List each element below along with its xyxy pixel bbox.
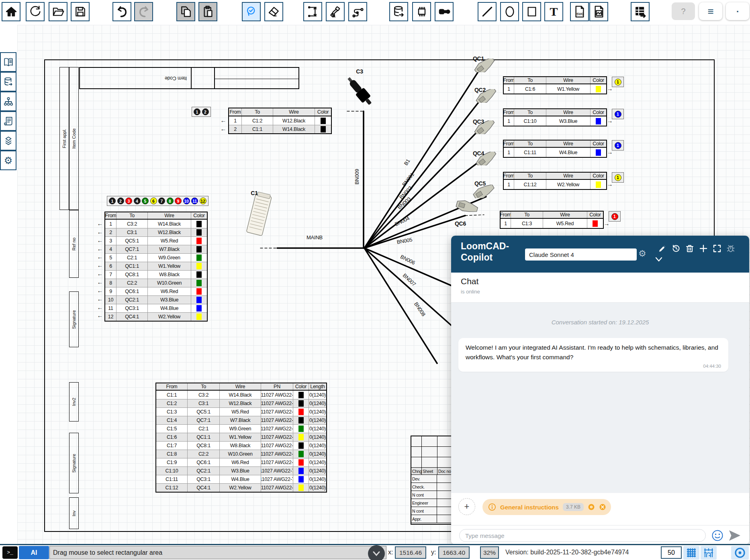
- connector-qc2-graphic[interactable]: [475, 89, 498, 103]
- wire-table-c1[interactable]: FromToWireColor1C3:2W14.Black2C3:1W12.Bl…: [104, 212, 208, 322]
- table-cell: QC3:1: [188, 475, 220, 483]
- connector-button[interactable]: [435, 2, 454, 21]
- table-cell: W12.Black: [148, 228, 191, 236]
- send-button[interactable]: [728, 529, 741, 542]
- edit-chat-button[interactable]: [658, 244, 667, 253]
- open-file-button[interactable]: [49, 2, 67, 21]
- save-button[interactable]: [71, 2, 90, 21]
- grid-size-input[interactable]: [661, 546, 682, 559]
- paste-button[interactable]: [198, 2, 217, 21]
- table-cell: C1:10: [514, 116, 546, 126]
- connector-c1-graphic[interactable]: [240, 192, 277, 239]
- clear-chat-button[interactable]: [685, 244, 695, 253]
- sidebar-item-layers[interactable]: [0, 131, 16, 151]
- chat-history-button[interactable]: [671, 244, 681, 253]
- table-cell: Wire: [543, 212, 587, 218]
- pin-number-badge: 8: [167, 198, 174, 204]
- connector-qc4-graphic[interactable]: [475, 152, 498, 165]
- zoom-level: 32%: [480, 546, 499, 559]
- cable-button[interactable]: [326, 2, 345, 21]
- table-cell: W4.Blue: [546, 148, 591, 157]
- origin-indicator-button[interactable]: [731, 546, 749, 560]
- collapse-console-button[interactable]: [368, 545, 385, 560]
- chat-message-area[interactable]: Conversation started on: 19.12.2025 Welc…: [451, 303, 749, 493]
- color-swatch: [293, 450, 309, 458]
- table-cell: C1:9: [156, 458, 188, 466]
- wire-table-qc2[interactable]: FromToWireColor1C1:10W3.Blue: [503, 108, 607, 126]
- color-swatch: [191, 254, 207, 262]
- rectangle-icon: [525, 5, 538, 18]
- model-settings-gear-icon[interactable]: ⚙: [638, 249, 646, 258]
- ai-mode-button[interactable]: AI: [19, 546, 49, 559]
- connector-c3-graphic[interactable]: [346, 73, 375, 110]
- terminal-button[interactable]: >_: [2, 546, 18, 559]
- chevron-down-icon[interactable]: [655, 257, 662, 262]
- table-cell: W2.Yellow: [546, 180, 591, 189]
- sidebar-item-report[interactable]: [0, 111, 16, 131]
- route-button[interactable]: [348, 2, 367, 21]
- sidebar-item-library[interactable]: [0, 52, 16, 72]
- menu-button[interactable]: ≡: [699, 2, 722, 20]
- sidebar-item-settings[interactable]: ⚙: [0, 151, 16, 170]
- color-swatch: [191, 245, 207, 253]
- dimension-button[interactable]: [303, 2, 322, 21]
- wire-table-qc1[interactable]: FromToWireColor1C1:6W1.Yellow: [503, 76, 607, 94]
- composer-row: [451, 525, 749, 544]
- preview-attachment-button[interactable]: [588, 503, 595, 511]
- database-export-button[interactable]: [389, 2, 408, 21]
- message-input[interactable]: [459, 529, 706, 542]
- help-button[interactable]: ?: [672, 2, 695, 20]
- table-export-button[interactable]: [631, 2, 650, 21]
- pin-badge-strip-c1: 123456789101112: [107, 196, 208, 206]
- harness-wire-list-table[interactable]: FromToWirePNColorLengthC1:1C3:2W14.Black…: [155, 383, 327, 493]
- pin-number-badge: 10: [183, 198, 190, 204]
- undo-button[interactable]: [112, 2, 131, 21]
- table-cell: UL 11027 AWG22-7 Y: [261, 433, 293, 441]
- redo-button[interactable]: [134, 2, 153, 21]
- home-button[interactable]: [2, 2, 20, 21]
- attachment-chip[interactable]: General instructions 3.7 KB: [482, 499, 611, 515]
- sidebar-item-database[interactable]: [0, 72, 16, 92]
- table-cell: UL 11027 AWG22-7 R: [261, 408, 293, 416]
- grid-toggle-button[interactable]: [683, 546, 699, 560]
- expand-panel-button[interactable]: [712, 244, 722, 253]
- wire-table-qc4[interactable]: FromToWireColor1C1:12W2.Yellow: [503, 172, 607, 190]
- remove-attachment-button[interactable]: [599, 503, 606, 511]
- panel-toggle-button[interactable]: ▪: [726, 2, 749, 20]
- text-tool-button[interactable]: T: [544, 2, 563, 21]
- svg-export-button[interactable]: SVG: [570, 2, 589, 21]
- table-cell: 4: [105, 245, 116, 253]
- sidebar-item-hierarchy[interactable]: [0, 92, 16, 111]
- wire-table-qc3[interactable]: FromToWireColor1C1:11W4.Blue: [503, 140, 607, 158]
- new-chat-button[interactable]: [699, 244, 708, 253]
- wire-table-c3[interactable]: FromToWireColor1C1:2W12.Black2C1:1W14.Bl…: [228, 108, 332, 134]
- debug-button[interactable]: [726, 244, 736, 253]
- book-icon: [3, 57, 14, 67]
- pin-number-badge: 3: [125, 198, 132, 204]
- add-attachment-button[interactable]: +: [458, 498, 475, 515]
- tree-icon: [3, 96, 14, 107]
- image-export-button[interactable]: [589, 2, 608, 21]
- chip-icon: [415, 5, 428, 18]
- emoji-button[interactable]: [711, 529, 723, 542]
- line-tool-button[interactable]: [478, 2, 497, 21]
- connector-qc5-graphic[interactable]: [472, 185, 496, 198]
- model-input[interactable]: [525, 248, 637, 261]
- refresh-button[interactable]: [26, 2, 45, 21]
- zoom-region-button[interactable]: [242, 2, 261, 21]
- rectangle-tool-button[interactable]: [522, 2, 541, 21]
- connector-qc3-graphic[interactable]: [473, 120, 497, 134]
- table-cell: W14.Black: [148, 220, 191, 228]
- attachment-size-badge: 3.7 KB: [563, 503, 584, 511]
- table-cell: W14.Black: [220, 391, 261, 399]
- connector-qc1-graphic[interactable]: [473, 59, 497, 72]
- copy-button[interactable]: [176, 2, 195, 21]
- wire-table-qc6[interactable]: FromToWireColor1C1:3W5.Red: [500, 211, 604, 229]
- table-cell: 0(1240): [309, 408, 326, 416]
- connector-qc6-graphic[interactable]: [456, 199, 479, 214]
- ellipse-tool-button[interactable]: [500, 2, 519, 21]
- table-cell: From: [504, 109, 514, 116]
- snap-toggle-button[interactable]: [701, 546, 717, 560]
- chip-button[interactable]: [412, 2, 431, 21]
- eraser-button[interactable]: [264, 2, 283, 21]
